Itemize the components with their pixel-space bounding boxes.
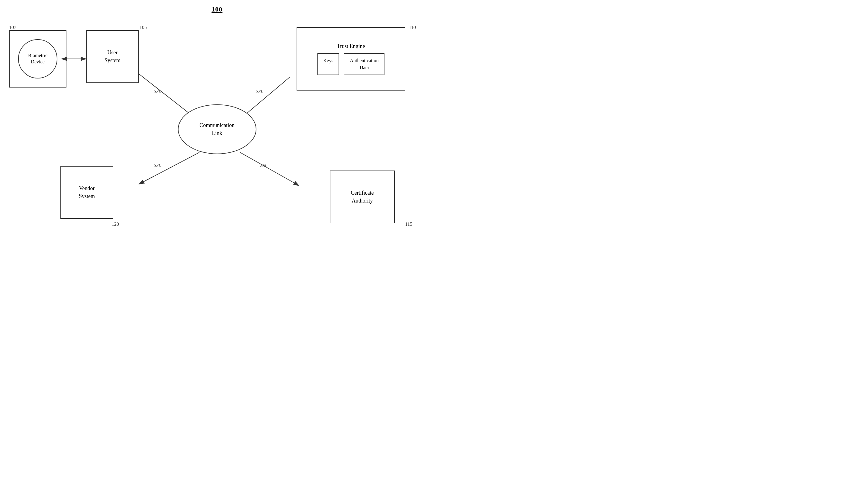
diagram-container: 100 BiometricDevice 107 UserSystem (0, 0, 434, 250)
ssl-trust-engine: SSL (256, 89, 263, 94)
cert-authority-label: CertificateAuthority (351, 189, 374, 204)
biometric-device-box: BiometricDevice (9, 30, 66, 87)
vendor-system-box: VendorSystem (60, 166, 113, 219)
user-system-label: UserSystem (105, 49, 121, 64)
user-system-box: UserSystem (86, 30, 139, 83)
vendor-system-label: VendorSystem (79, 185, 95, 200)
keys-box: Keys (317, 53, 339, 75)
auth-data-box: AuthenticationData (344, 53, 385, 75)
comm-link-label: CommunicationLink (200, 121, 235, 137)
fig-label: 100 (212, 6, 222, 13)
ssl-cert-authority: SSL (260, 163, 267, 168)
comm-link-ellipse: CommunicationLink (178, 104, 257, 154)
svg-line-6 (240, 152, 299, 185)
ref-115: 115 (405, 222, 412, 227)
ssl-vendor-system: SSL (154, 163, 161, 168)
ref-110: 110 (409, 25, 416, 30)
svg-line-3 (139, 74, 195, 118)
ssl-user-system: SSL (154, 89, 161, 94)
ref-105: 105 (139, 25, 147, 30)
svg-line-4 (242, 77, 290, 118)
cert-authority-box: CertificateAuthority (330, 171, 395, 223)
trust-engine-inner: Keys AuthenticationData (302, 53, 400, 75)
biometric-inner-circle: BiometricDevice (18, 39, 57, 78)
svg-line-5 (139, 152, 199, 184)
trust-engine-title: Trust Engine (302, 43, 400, 50)
biometric-device-label: BiometricDevice (28, 53, 48, 65)
trust-engine-box: Trust Engine Keys AuthenticationData (296, 27, 405, 90)
ref-120: 120 (112, 222, 119, 227)
ref-107: 107 (9, 25, 16, 30)
